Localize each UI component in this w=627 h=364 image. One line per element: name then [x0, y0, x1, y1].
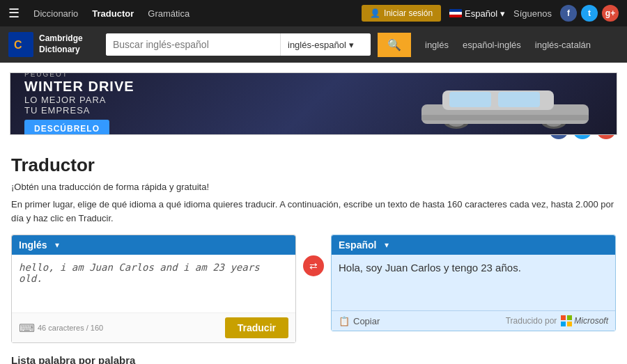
- source-panel: Inglés ▾ ⌨ 46 caracteres / 160 Traducir: [11, 235, 296, 343]
- ad-banner: PEUGEOT WINTER DRIVE LO MEJOR PARA TU EM…: [10, 72, 617, 135]
- search-button[interactable]: 🔍: [378, 33, 411, 57]
- target-lang-label: Español: [339, 239, 376, 251]
- swap-icon-wrap: ⇄: [296, 255, 331, 276]
- ms-green-square: [567, 315, 572, 320]
- char-count: ⌨ 46 caracteres / 160: [19, 322, 103, 335]
- svg-rect-9: [449, 92, 491, 107]
- logo-text: Cambridge Dictionary: [39, 33, 83, 55]
- source-panel-header: Inglés ▾: [12, 235, 295, 255]
- copy-label: Copiar: [353, 316, 380, 326]
- dropdown-value: inglés-español: [288, 40, 346, 50]
- page-subtitle: ¡Obtén una traducción de forma rápida y …: [11, 182, 616, 192]
- language-selector[interactable]: Español ▾: [449, 8, 505, 19]
- ms-blue-square: [561, 322, 566, 326]
- copy-button[interactable]: 📋 Copiar: [339, 316, 380, 326]
- ad-car-image: [408, 77, 603, 132]
- nav-link-diccionario[interactable]: Diccionario: [33, 8, 78, 19]
- svg-rect-11: [421, 115, 589, 120]
- source-panel-footer: ⌨ 46 caracteres / 160 Traducir: [12, 312, 295, 342]
- cambridge-lion-icon: C: [11, 35, 31, 54]
- google-plus-icon[interactable]: g+: [602, 5, 619, 22]
- search-icon: 🔍: [387, 39, 401, 51]
- translated-by-label: Traducido por: [506, 316, 557, 326]
- nav-right: 👤 Iniciar sesión Español ▾ Síguenos f t …: [362, 5, 619, 22]
- lang-label: Español: [465, 8, 497, 19]
- translated-by: Traducido por Microsoft: [506, 315, 608, 326]
- translator-panel: Inglés ▾ ⌨ 46 caracteres / 160 Traducir …: [11, 235, 616, 343]
- word-list-section: Lista palabra por palabra › hello : hola…: [11, 354, 616, 364]
- logo-area: C Cambridge Dictionary: [8, 32, 99, 57]
- ad-season: WINTER DRIVE: [24, 78, 134, 95]
- flag-icon: [449, 9, 462, 17]
- ad-left: PEUGEOT WINTER DRIVE LO MEJOR PARA TU EM…: [24, 72, 134, 135]
- target-panel-footer: 📋 Copiar Traducido por Microsoft: [332, 310, 615, 331]
- target-lang-dropdown[interactable]: Español ▾: [339, 239, 389, 251]
- signin-label: Iniciar sesión: [384, 8, 433, 18]
- target-panel: Español ▾ Hola, soy Juan Carlos y tengo …: [331, 235, 616, 331]
- swap-button[interactable]: ⇄: [303, 255, 324, 276]
- top-navbar: ☰ Diccionario Traductor Gramática 👤 Inic…: [0, 0, 627, 26]
- page-title: Traductor: [11, 155, 616, 176]
- nav-left: ☰ Diccionario Traductor Gramática: [8, 6, 189, 21]
- chevron-down-icon: ▾: [500, 8, 505, 19]
- keyboard-icon: ⌨: [19, 322, 35, 335]
- logo-line1: Cambridge: [39, 33, 83, 45]
- search-input-wrap: inglés-español ▾: [106, 33, 371, 56]
- microsoft-label: Microsoft: [574, 316, 608, 326]
- swap-icon: ⇄: [309, 260, 318, 271]
- source-text-input[interactable]: [12, 255, 295, 310]
- nav-link-traductor[interactable]: Traductor: [92, 8, 134, 19]
- translate-button[interactable]: Traducir: [225, 317, 288, 338]
- hamburger-icon[interactable]: ☰: [8, 6, 20, 21]
- main-content: f t g+ Traductor ¡Obtén una traducción d…: [0, 145, 627, 364]
- ms-yellow-square: [567, 322, 572, 326]
- nav-link-gramatica[interactable]: Gramática: [148, 8, 189, 19]
- microsoft-logo: Microsoft: [561, 315, 608, 326]
- chevron-down-icon: ▾: [349, 40, 354, 50]
- user-icon: 👤: [370, 8, 380, 18]
- target-panel-header: Español ▾: [332, 235, 615, 255]
- signin-button[interactable]: 👤 Iniciar sesión: [362, 5, 441, 22]
- ms-grid-icon: [561, 315, 572, 326]
- dict-link-espanol-ingles[interactable]: español-inglés: [463, 40, 521, 50]
- source-lang-dropdown[interactable]: Inglés ▾: [19, 239, 59, 251]
- logo-line2: Dictionary: [39, 45, 83, 56]
- translated-text: Hola, soy Juan Carlos y tengo 23 años.: [332, 255, 615, 310]
- search-input[interactable]: [106, 33, 280, 56]
- dict-link-ingles-catalan[interactable]: inglés-catalán: [535, 40, 591, 50]
- source-lang-label: Inglés: [19, 239, 47, 251]
- ms-red-square: [561, 315, 566, 320]
- dict-link-ingles[interactable]: inglés: [425, 40, 449, 50]
- svg-text:C: C: [14, 39, 22, 51]
- ad-brand: PEUGEOT: [24, 72, 134, 78]
- twitter-icon[interactable]: t: [581, 5, 598, 22]
- ad-subtitle-line2: TU EMPRESA: [24, 105, 134, 116]
- char-count-label: 46 caracteres / 160: [38, 324, 103, 332]
- svg-rect-10: [498, 92, 540, 107]
- word-list-title: Lista palabra por palabra: [11, 354, 616, 364]
- chevron-down-icon: ▾: [385, 240, 389, 250]
- copy-icon: 📋: [339, 316, 350, 326]
- lang-dropdown[interactable]: inglés-español ▾: [280, 33, 371, 56]
- dict-links: inglés español-inglés inglés-catalán: [425, 40, 591, 50]
- logo-emblem: C: [8, 32, 33, 57]
- facebook-icon[interactable]: f: [560, 5, 577, 22]
- chevron-down-icon: ▾: [55, 240, 59, 250]
- search-bar: C Cambridge Dictionary inglés-español ▾ …: [0, 26, 627, 63]
- ad-cta-button[interactable]: DESCÚBRELO: [24, 120, 109, 136]
- ad-subtitle-line1: LO MEJOR PARA: [24, 95, 134, 105]
- siguenos-label: Síguenos: [513, 8, 552, 19]
- social-icons: f t g+: [560, 5, 619, 22]
- page-description: En primer lugar, elige de qué idioma a q…: [11, 198, 616, 225]
